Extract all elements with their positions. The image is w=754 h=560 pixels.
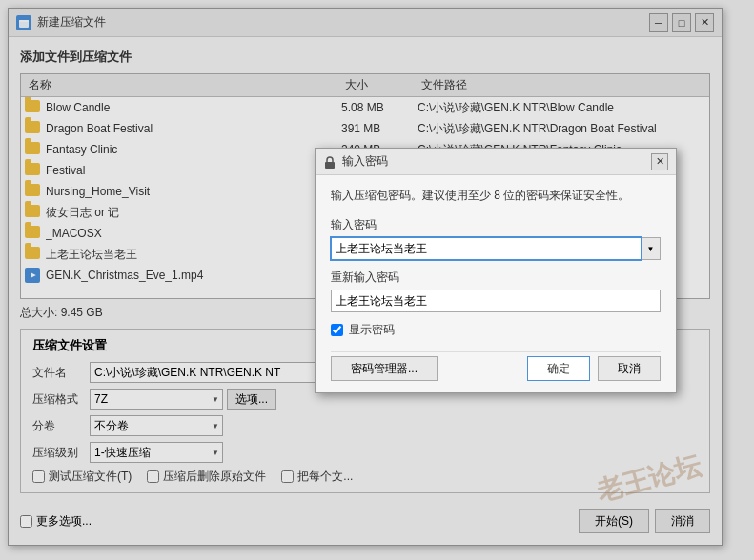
manage-passwords-button[interactable]: 密码管理器... [331, 356, 438, 381]
dialog-cancel-button[interactable]: 取消 [598, 356, 661, 381]
dialog-body: 输入压缩包密码。建议使用至少 8 位的密码来保证安全性。 输入密码 ▼ 重新输入… [316, 175, 676, 392]
dialog-description: 输入压缩包密码。建议使用至少 8 位的密码来保证安全性。 [331, 187, 661, 204]
password-dropdown-arrow[interactable]: ▼ [642, 237, 661, 260]
password-label: 输入密码 [331, 217, 661, 233]
dialog-close-button[interactable]: ✕ [651, 153, 668, 170]
dialog-buttons: 密码管理器... 确定 取消 [331, 351, 661, 381]
show-password-label[interactable]: 显示密码 [331, 322, 661, 338]
show-password-checkbox[interactable] [331, 324, 343, 336]
dialog-ok-button[interactable]: 确定 [527, 356, 590, 381]
reenter-input-row [331, 290, 661, 312]
reenter-label: 重新输入密码 [331, 270, 661, 286]
dialog-title-text: 输入密码 [342, 153, 651, 170]
password-dialog: 输入密码 ✕ 输入压缩包密码。建议使用至少 8 位的密码来保证安全性。 输入密码… [315, 148, 677, 393]
show-password-text: 显示密码 [349, 322, 395, 338]
reenter-input[interactable] [331, 290, 661, 312]
svg-rect-2 [325, 162, 335, 169]
dialog-title-bar: 输入密码 ✕ [316, 149, 676, 175]
dialog-lock-icon [323, 155, 336, 169]
password-input[interactable] [331, 237, 642, 260]
password-input-row: ▼ [331, 237, 661, 260]
